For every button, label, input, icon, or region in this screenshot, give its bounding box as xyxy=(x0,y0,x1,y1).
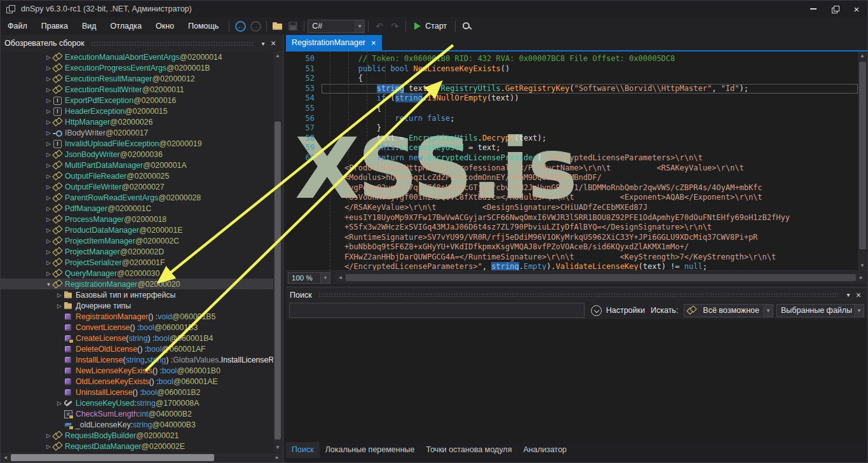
code-line[interactable]: 50 // Token: 0x060001B0 RID: 432 RVA: 0x… xyxy=(286,54,858,64)
menu-view[interactable]: Вид xyxy=(75,19,104,33)
code-line[interactable]: 52 { xyxy=(286,74,858,84)
tree-scrollbar-thumb[interactable] xyxy=(275,121,281,439)
zoom-level-select[interactable]: 100 % xyxy=(288,272,321,284)
panel-menu-button[interactable]: ▾ xyxy=(843,291,853,298)
undo-button[interactable]: ↶ xyxy=(372,18,387,34)
editor-horizontal-scrollbar[interactable]: ◄ ► xyxy=(336,273,866,282)
expander-icon[interactable]: ▷ xyxy=(44,238,53,244)
restore-button[interactable] xyxy=(824,1,846,17)
scroll-up-icon[interactable]: ▲ xyxy=(273,52,282,60)
bottom-tab-точки[interactable]: Точки останова модуля xyxy=(421,442,518,458)
expander-icon[interactable]: ▷ xyxy=(44,76,53,82)
code-line[interactable]: +OsVoUhHY4jYgf00in2XJQoVc8fXtbdic=</Modu… xyxy=(286,193,858,203)
chevron-down-icon[interactable]: ▾ xyxy=(763,305,773,317)
search-input[interactable] xyxy=(289,303,585,318)
expander-icon[interactable]: ▷ xyxy=(44,205,53,212)
expander-icon[interactable]: ▾ xyxy=(44,281,53,287)
minimize-button[interactable] xyxy=(803,1,824,17)
chevron-down-icon[interactable]: ▾ xyxy=(321,272,330,284)
tree-item[interactable]: NewLicenseKeyExists() : bool @060001B0 xyxy=(1,365,282,376)
navigate-back-button[interactable]: ← xyxy=(233,18,248,34)
tree-item[interactable]: DeleteOldLicense() : bool @060001AF xyxy=(1,343,282,354)
panel-menu-button[interactable]: ▾ xyxy=(258,40,268,47)
expander-icon[interactable]: ▷ xyxy=(44,130,53,136)
scroll-down-icon[interactable]: ▼ xyxy=(858,261,867,270)
code-line-current[interactable]: 53 string text = RegistryUtils.GetRegist… xyxy=(286,84,858,94)
tree-item[interactable]: ▷ProjectItemManager @0200002C xyxy=(1,235,282,246)
tree-item[interactable]: ▷IBodyWriter @02000017 xyxy=(1,127,282,138)
tree-item[interactable]: ▷LicenseKeyUsed : string @1700008A xyxy=(1,397,282,408)
expander-icon[interactable]: ▷ xyxy=(44,227,53,233)
panel-close-button[interactable]: × xyxy=(853,291,864,300)
code-editor[interactable]: XSS.is 50 // Token: 0x060001B0 RID: 432 … xyxy=(286,52,867,270)
tree-item[interactable]: RegistrationManager() : void @060001B5 xyxy=(1,311,282,322)
tree-horizontal-scrollbar[interactable]: ◄ ► xyxy=(1,453,282,462)
settings-toggle-icon[interactable] xyxy=(591,305,602,316)
code-line[interactable]: 56 return false; xyxy=(286,114,858,124)
bottom-tab-анализатор[interactable]: Анализатор xyxy=(517,442,572,458)
tree-item[interactable]: ▷ProjectManager @0200002D xyxy=(1,246,282,257)
menu-edit[interactable]: Правка xyxy=(34,19,75,33)
tree-item[interactable]: _oldLicenseKey : string @040000B3 xyxy=(1,419,282,430)
scroll-down-icon[interactable]: ▼ xyxy=(273,443,282,452)
tree-item[interactable]: ▷RequestBodyBuilder @02000021 xyxy=(1,430,282,441)
expander-icon[interactable]: ▷ xyxy=(44,141,53,147)
tree-item[interactable]: ▷ExecutionManualAbortEventArgs @02000014 xyxy=(1,52,282,62)
open-file-button[interactable] xyxy=(270,18,285,34)
tree-item[interactable]: ConvertLicense() : bool @060001B3 xyxy=(1,322,282,333)
editor-vertical-scrollbar[interactable]: ▲ ▼ xyxy=(858,52,867,270)
close-button[interactable]: × xyxy=(846,1,867,17)
save-button[interactable] xyxy=(285,18,301,34)
redo-button[interactable]: ↷ xyxy=(387,18,402,34)
tree-item[interactable]: CheckSumLength : int @040000B2 xyxy=(1,408,282,419)
code-line[interactable]: <Modulus>hQQnn6qzLcZdZPFiCcodmOnnEY/OWaM… xyxy=(286,173,858,183)
expander-icon[interactable]: ▷ xyxy=(55,292,64,298)
chevron-down-icon[interactable]: ▾ xyxy=(355,20,364,32)
tree-item[interactable]: ▷ProjectSerializer @0200001F xyxy=(1,257,282,268)
tree-item[interactable]: ▷Дочерние типы xyxy=(1,300,282,311)
expander-icon[interactable]: ▷ xyxy=(44,151,53,158)
code-line[interactable]: </EncryptedLicenseParameters>", string.E… xyxy=(286,262,858,270)
code-line[interactable]: 54 if (string.IsNullOrEmpty(text)) xyxy=(286,93,858,104)
expander-icon[interactable]: ▷ xyxy=(44,119,53,125)
expander-icon[interactable]: ▷ xyxy=(44,162,53,169)
tree-item[interactable]: ▷ExecutionResultWriter @02000011 xyxy=(1,84,282,95)
tree-item[interactable]: ▷Базовый тип и интерфейсы xyxy=(1,289,282,300)
menu-file[interactable]: Файл xyxy=(1,19,34,33)
tree-item[interactable]: ▷PdfManager @0200001C xyxy=(1,203,282,214)
start-debug-button[interactable]: Старт xyxy=(409,22,452,31)
code-line[interactable]: 55 { xyxy=(286,104,858,114)
code-line[interactable]: <RuntimeSignature>SV7vYU99/VR0R/rfj5eDdi… xyxy=(286,233,858,243)
tree-item[interactable]: ▷ExecutionProgressEventArgs @0200001B xyxy=(1,62,282,73)
tree-item[interactable]: ▷ProductDataManager @0200001E xyxy=(1,225,282,235)
expander-icon[interactable]: ▷ xyxy=(55,303,64,309)
expander-icon[interactable]: ▷ xyxy=(44,54,53,60)
code-line[interactable]: 58 text = EncryptionUtils.Decrypt(text); xyxy=(286,134,858,144)
tree-item[interactable]: ▷ExportPdfException @02000016 xyxy=(1,95,282,106)
tab-registrationmanager[interactable]: RegistrationManager × xyxy=(286,35,382,50)
editor-scrollbar-thumb[interactable] xyxy=(859,62,866,249)
menu-window[interactable]: Окно xyxy=(149,19,181,33)
tree-item[interactable]: ▷OutputFileReader @02000025 xyxy=(1,170,282,181)
code-line[interactable]: +S5fx3w2WHczExSVIGq43MJaJ06D6t4sz7ZL790P… xyxy=(286,223,858,233)
scroll-right-icon[interactable]: ► xyxy=(273,453,282,462)
editor-hscrollbar-thumb[interactable] xyxy=(346,274,856,281)
code-line[interactable]: +buNbbOq9tSF6Z8+xGHyYU+VKdIDfkpmxKsgVMQA… xyxy=(286,242,858,252)
tree-item[interactable]: ▷HttpManager @02000026 xyxy=(1,116,282,127)
tree-item[interactable]: ▷JsonBodyWriter @02000036 xyxy=(1,149,282,160)
code-line[interactable]: <ProductName>HttpMaster Professional 2</… xyxy=(286,163,858,174)
tree-item[interactable]: InstallLicense(string, string) : GlobalV… xyxy=(1,354,282,365)
code-line[interactable]: +eusIY18UyoMp9X7Fw17BwVwACGyjarSCF66NwqO… xyxy=(286,213,858,223)
search-assemblies-button[interactable] xyxy=(459,18,474,34)
chevron-down-icon[interactable]: ▾ xyxy=(854,305,864,317)
code-line[interactable]: 60 return new EncryptedLicenseProvider("… xyxy=(286,153,858,163)
tab-close-icon[interactable]: × xyxy=(371,39,376,47)
tree-item[interactable]: CreateLicense(string) : bool @060001B4 xyxy=(1,333,282,343)
tree-item[interactable]: ▷ParentRowReadEventArgs @02000028 xyxy=(1,192,282,203)
tree-item[interactable]: ▷ExecutionResultManager @02000012 xyxy=(1,73,282,84)
scroll-up-icon[interactable]: ▲ xyxy=(858,52,867,60)
expander-icon[interactable]: ▷ xyxy=(44,108,53,114)
tree-item[interactable]: ▷QueryManager @02000030 xyxy=(1,268,282,279)
bottom-tab-локальные[interactable]: Локальные переменные xyxy=(320,442,421,458)
tree-item[interactable]: ▷HeaderException @02000015 xyxy=(1,106,282,116)
